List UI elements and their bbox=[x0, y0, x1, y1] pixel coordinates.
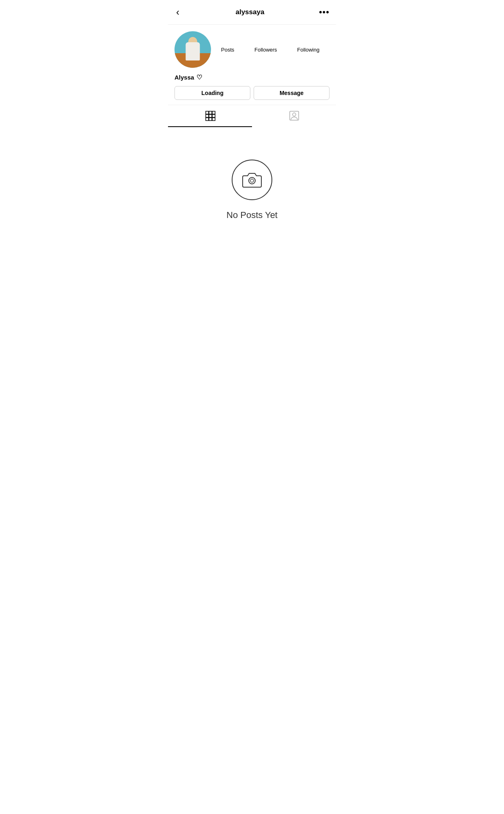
profile-top: Posts Followers Following bbox=[174, 31, 330, 68]
following-stat[interactable]: Following bbox=[297, 47, 319, 53]
svg-point-11 bbox=[249, 177, 255, 184]
display-name: Alyssa ♡ bbox=[174, 73, 330, 81]
loading-button[interactable]: Loading bbox=[174, 86, 250, 100]
svg-point-12 bbox=[250, 179, 254, 182]
avatar bbox=[174, 31, 211, 68]
action-buttons: Loading Message bbox=[174, 86, 330, 100]
camera-circle bbox=[232, 160, 272, 200]
svg-rect-3 bbox=[206, 114, 209, 117]
empty-state: No Posts Yet bbox=[168, 127, 336, 237]
svg-rect-0 bbox=[206, 111, 209, 114]
grid-icon bbox=[205, 110, 216, 121]
message-button[interactable]: Message bbox=[254, 86, 330, 100]
tabs-row bbox=[168, 105, 336, 127]
svg-rect-1 bbox=[209, 111, 212, 114]
camera-icon bbox=[241, 171, 263, 189]
heart-icon: ♡ bbox=[196, 73, 202, 81]
name-text: Alyssa bbox=[174, 74, 194, 81]
svg-rect-2 bbox=[212, 111, 215, 114]
svg-rect-8 bbox=[212, 118, 215, 121]
header-title: alyssaya bbox=[235, 8, 264, 16]
header: ‹ alyssaya ••• bbox=[168, 0, 336, 25]
tagged-icon bbox=[289, 110, 300, 121]
svg-point-10 bbox=[293, 113, 296, 116]
more-button[interactable]: ••• bbox=[319, 7, 330, 17]
tab-tagged[interactable] bbox=[252, 105, 336, 127]
svg-rect-7 bbox=[209, 118, 212, 121]
empty-message: No Posts Yet bbox=[226, 210, 278, 220]
followers-label: Followers bbox=[254, 47, 277, 53]
posts-label: Posts bbox=[221, 47, 235, 53]
following-label: Following bbox=[297, 47, 319, 53]
followers-stat[interactable]: Followers bbox=[254, 47, 277, 53]
svg-rect-4 bbox=[209, 114, 212, 117]
posts-stat[interactable]: Posts bbox=[221, 47, 235, 53]
svg-rect-6 bbox=[206, 118, 209, 121]
avatar-body-shape bbox=[186, 42, 200, 60]
stats-row: Posts Followers Following bbox=[211, 47, 330, 53]
profile-section: Posts Followers Following Alyssa ♡ Loadi… bbox=[168, 25, 336, 100]
tab-grid[interactable] bbox=[168, 105, 252, 127]
svg-rect-5 bbox=[212, 114, 215, 117]
back-button[interactable]: ‹ bbox=[174, 5, 181, 19]
